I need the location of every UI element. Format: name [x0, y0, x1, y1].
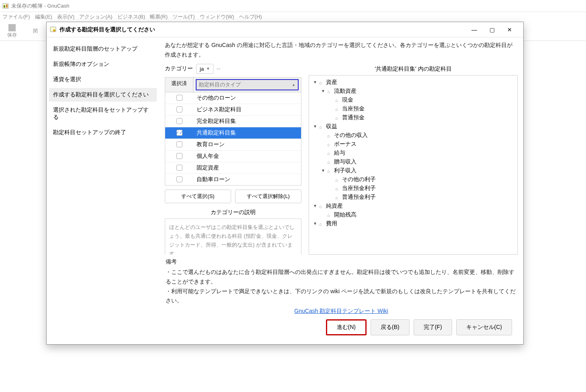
menu-business[interactable]: ビジネス(B)	[117, 13, 145, 20]
menu-view[interactable]: 表示(V)	[57, 13, 74, 20]
tree-toggle-icon[interactable]: ▼	[312, 124, 318, 129]
menu-tools[interactable]: ツール(T)	[172, 13, 195, 20]
tree-node[interactable]: ⌂ 当座預金	[311, 104, 516, 113]
category-row[interactable]: 教育ローン	[165, 139, 301, 151]
tree-node[interactable]: ⌂ 給与	[311, 149, 516, 157]
checkbox[interactable]	[176, 118, 182, 124]
category-row-label: 完全勘定科目集	[193, 116, 301, 127]
dialog-titlebar: 作成する勘定科目を選択してください — ▢ ✕	[47, 22, 523, 37]
tree-toggle-icon[interactable]: ▼	[312, 80, 318, 84]
account-icon: ⌂	[327, 151, 333, 155]
category-row[interactable]: 固定資産	[165, 162, 301, 174]
tree-node[interactable]: ▼⌂ 費用	[311, 219, 516, 228]
category-row-label: ビジネス勘定科目	[193, 104, 301, 115]
toolbar-close-label: 閉	[33, 28, 38, 35]
tree-node-label: 純資産	[326, 202, 343, 210]
category-header-type[interactable]: 勘定科目のタイプ ▲	[193, 78, 301, 92]
tree-node-label: 費用	[326, 220, 337, 227]
checkbox[interactable]	[176, 176, 182, 182]
account-icon: ⌂	[335, 186, 341, 190]
category-row[interactable]: 完全勘定科目集	[165, 116, 301, 127]
svg-point-4	[53, 29, 55, 32]
accounts-header: '共通勘定科目集' 内の勘定科目	[309, 65, 518, 73]
tree-node[interactable]: ⌂ 贈与収入	[311, 157, 516, 166]
category-row[interactable]: ビジネス勘定科目	[165, 104, 301, 116]
checkbox[interactable]	[176, 153, 182, 159]
wizard-step-3[interactable]: 作成する勘定科目を選択してください	[49, 88, 157, 102]
toolbar-save-label: 保存	[7, 32, 17, 39]
checkbox[interactable]	[176, 141, 182, 147]
checkbox[interactable]	[176, 95, 182, 101]
account-icon: ⌂	[327, 160, 333, 164]
menu-action[interactable]: アクション(A)	[79, 13, 112, 20]
finish-button[interactable]: 完了(F)	[414, 319, 452, 335]
clear-all-button[interactable]: すべて選択解除(L)	[235, 190, 301, 203]
tree-node[interactable]: ⌂ その他の収入	[311, 131, 516, 140]
toolbar-save[interactable]: 保存	[7, 24, 17, 39]
tree-toggle-icon[interactable]: ▼	[320, 89, 326, 93]
menu-reports[interactable]: 帳票(R)	[150, 13, 168, 20]
category-table: 選択済 勘定科目のタイプ ▲ その他のローンビジネス勘定科目完全勘定科目集✓共通…	[165, 77, 301, 186]
checkbox[interactable]	[176, 165, 182, 171]
tree-node[interactable]: ⌂ ボーナス	[311, 140, 516, 149]
wizard-nav: 新規勘定科目階層のセットアップ新規帳簿のオプション通貨を選択作成する勘定科目を選…	[47, 37, 159, 344]
account-icon: ⌂	[319, 204, 325, 208]
minimize-button[interactable]: —	[469, 24, 480, 35]
category-row[interactable]: 自動車ローン	[165, 174, 301, 185]
toolbar-close[interactable]: 閉	[33, 28, 38, 35]
next-button[interactable]: 進む(N)	[326, 319, 367, 335]
account-icon: ⌂	[319, 222, 325, 226]
tree-toggle-icon[interactable]: ▼	[312, 221, 318, 226]
category-row-label: 共通勘定科目集	[193, 127, 301, 139]
select-all-button[interactable]: すべて選択(S)	[165, 190, 231, 203]
tree-node[interactable]: ⌂ その他の利子	[311, 175, 516, 184]
tree-node[interactable]: ▼⌂ 資産	[311, 78, 516, 87]
account-icon: ⌂	[335, 116, 341, 120]
category-row[interactable]: その他のローン	[165, 92, 301, 104]
wizard-step-4[interactable]: 選択された勘定科目をセットアップする	[49, 103, 157, 124]
back-button[interactable]: 戻る(B)	[371, 319, 410, 335]
wizard-step-2[interactable]: 通貨を選択	[49, 73, 157, 86]
menu-window[interactable]: ウィンドウ(W)	[200, 13, 234, 20]
tree-node[interactable]: ▼⌂ 純資産	[311, 202, 516, 210]
intro-text: あなたが想定する GnuCash の用途に対応した言語・地域のカテゴリーを選択し…	[165, 41, 518, 60]
save-icon	[8, 24, 16, 31]
main-menubar: ファイル(F) 編集(E) 表示(V) アクション(A) ビジネス(B) 帳票(…	[0, 12, 586, 22]
category-dash: --	[217, 65, 220, 72]
wizard-step-0[interactable]: 新規勘定科目階層のセットアップ	[49, 42, 157, 56]
tree-node[interactable]: ⌂ 当座預金利子	[311, 184, 516, 193]
wizard-step-1[interactable]: 新規帳簿のオプション	[49, 57, 157, 71]
tree-node[interactable]: ⌂ 開始残高	[311, 210, 516, 219]
close-button[interactable]: ✕	[504, 24, 515, 35]
tree-node[interactable]: ▼⌂ 利子収入	[311, 166, 516, 175]
tree-node[interactable]: ⌂ 普通預金利子	[311, 193, 516, 202]
tree-toggle-icon[interactable]: ▼	[320, 168, 326, 173]
wiki-link[interactable]: GnuCash 勘定科目テンプレート Wiki	[294, 308, 388, 314]
tree-node[interactable]: ▼⌂ 収益	[311, 122, 516, 131]
category-row[interactable]: ✓共通勘定科目集	[165, 127, 301, 139]
category-row[interactable]: 個人年金	[165, 151, 301, 162]
accounts-tree[interactable]: ▼⌂ 資産▼⌂ 流動資産⌂ 現金⌂ 当座預金⌂ 普通預金▼⌂ 収益⌂ その他の収…	[309, 75, 518, 255]
remarks-label: 備考	[166, 257, 517, 267]
menu-file[interactable]: ファイル(F)	[2, 13, 30, 20]
category-header-selected[interactable]: 選択済	[165, 78, 193, 92]
tree-node-label: 開始残高	[334, 211, 357, 218]
category-label: カテゴリー	[165, 65, 193, 72]
checkbox[interactable]: ✓	[176, 130, 182, 136]
category-header-type-label: 勘定科目のタイプ	[199, 81, 241, 88]
tree-toggle-icon[interactable]: ▼	[312, 204, 318, 208]
category-description-text: ほとんどのユーザはこの勘定科目集を選ぶとよいでしょう。最も共通に使われる科目 (…	[165, 218, 301, 255]
remarks-bullet-1: ・ここで選んだものはあなたに合う勘定科目階層への出発点にすぎません。勘定科目は後…	[166, 267, 517, 287]
cancel-button[interactable]: キャンセル(C)	[456, 319, 512, 335]
menu-edit[interactable]: 編集(E)	[35, 13, 52, 20]
wizard-step-5[interactable]: 勘定科目セットアップの終了	[49, 126, 157, 139]
tree-node-label: 現金	[342, 96, 353, 104]
maximize-button[interactable]: ▢	[486, 24, 498, 35]
category-language-dropdown[interactable]: ja	[196, 64, 213, 74]
tree-node[interactable]: ⌂ 普通預金	[311, 113, 516, 122]
category-row-label: 教育ローン	[193, 139, 301, 150]
tree-node[interactable]: ▼⌂ 流動資産	[311, 87, 516, 96]
checkbox[interactable]	[176, 106, 182, 112]
tree-node[interactable]: ⌂ 現金	[311, 96, 516, 104]
menu-help[interactable]: ヘルプ(H)	[239, 13, 262, 20]
